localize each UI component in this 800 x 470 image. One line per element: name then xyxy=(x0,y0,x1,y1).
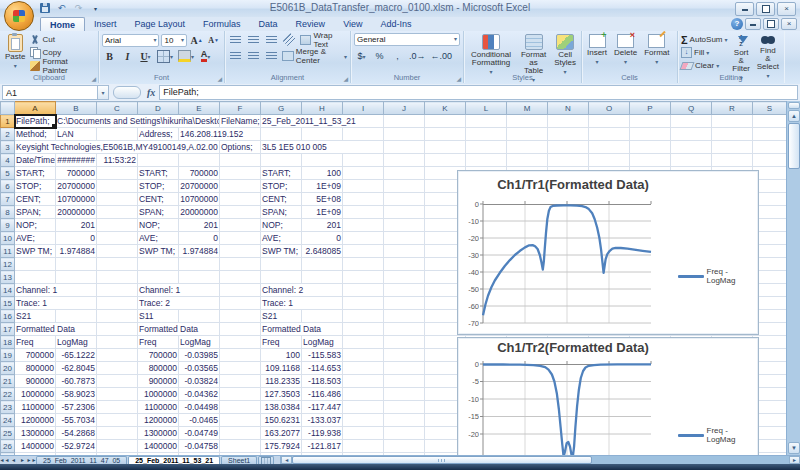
cell-C21[interactable] xyxy=(97,375,138,388)
cell-G6[interactable]: STOP; xyxy=(261,180,302,193)
cell-J26[interactable] xyxy=(384,440,425,453)
cell-B2[interactable]: LAN xyxy=(56,128,97,141)
cell-B5[interactable]: 700000 xyxy=(56,167,97,180)
select-all-corner[interactable] xyxy=(1,102,15,115)
cell-A17[interactable]: Formatted Data xyxy=(15,323,97,336)
cell-B8[interactable]: 20000000 xyxy=(56,206,97,219)
cell-B22[interactable]: -58.9023 xyxy=(56,388,97,401)
insert-function-icon[interactable]: fx xyxy=(147,87,155,98)
cell-J21[interactable] xyxy=(384,375,425,388)
align-top-button[interactable] xyxy=(228,33,243,47)
close-button[interactable]: × xyxy=(777,2,796,16)
bold-button[interactable]: B xyxy=(102,49,117,63)
cell-E13[interactable] xyxy=(179,271,220,284)
cell-I9[interactable] xyxy=(343,219,384,232)
format-painter-button[interactable]: Format Painter xyxy=(30,59,95,72)
align-middle-button[interactable] xyxy=(246,33,261,47)
cell-B18[interactable]: LogMag xyxy=(56,336,97,349)
cell-A21[interactable]: 900000 xyxy=(15,375,56,388)
cell-B6[interactable]: 20700000 xyxy=(56,180,97,193)
cell-D23[interactable]: 1100000 xyxy=(138,401,179,414)
cell-B25[interactable]: -54.2868 xyxy=(56,427,97,440)
column-header-L[interactable]: L xyxy=(466,102,507,115)
cell-A10[interactable]: AVE; xyxy=(15,232,56,245)
row-header-17[interactable]: 17 xyxy=(1,323,15,336)
cell-A24[interactable]: 1200000 xyxy=(15,414,56,427)
row-header-20[interactable]: 20 xyxy=(1,362,15,375)
cell-A1[interactable]: FilePath; xyxy=(15,115,56,128)
cell-D18[interactable]: Freq xyxy=(138,336,179,349)
cell-H20[interactable]: -114.653 xyxy=(302,362,343,375)
align-left-button[interactable] xyxy=(228,49,243,63)
cell-G17[interactable]: Formatted Data xyxy=(261,323,343,336)
cell-I17[interactable] xyxy=(343,323,384,336)
scroll-right-icon[interactable]: ► xyxy=(789,456,800,464)
cell-J13[interactable] xyxy=(384,271,425,284)
row-header-12[interactable]: 12 xyxy=(1,258,15,271)
cell-D22[interactable]: 1000000 xyxy=(138,388,179,401)
cell-M4[interactable] xyxy=(507,154,548,167)
vertical-scrollbar[interactable]: ▲ ▼ xyxy=(786,101,800,455)
cell-I23[interactable] xyxy=(343,401,384,414)
row-header-16[interactable]: 16 xyxy=(1,310,15,323)
cell-D11[interactable]: SWP TM; xyxy=(138,245,179,258)
chart-2[interactable]: Ch1/Tr2(Formatted Data)0-5-10-15-20Freq … xyxy=(457,337,759,455)
column-header-C[interactable]: C xyxy=(97,102,138,115)
wrap-text-button[interactable]: Wrap Text xyxy=(300,34,347,47)
cell-B21[interactable]: -60.7873 xyxy=(56,375,97,388)
cell-H8[interactable]: 1E+09 xyxy=(302,206,343,219)
row-header-11[interactable]: 11 xyxy=(1,245,15,258)
vertical-split-handle[interactable] xyxy=(788,102,800,109)
cell-G1[interactable]: 25_Feb_2011_11_53_21 xyxy=(261,115,384,128)
scroll-left-icon[interactable]: ◄ xyxy=(281,456,292,464)
row-header-7[interactable]: 7 xyxy=(1,193,15,206)
cell-Q1[interactable] xyxy=(671,115,712,128)
cell-E23[interactable]: -0.04498 xyxy=(179,401,220,414)
cell-N1[interactable] xyxy=(548,115,589,128)
row-header-14[interactable]: 14 xyxy=(1,284,15,297)
cell-F10[interactable] xyxy=(220,232,261,245)
decrease-decimal-button[interactable]: ←.00 xyxy=(430,49,454,63)
cell-J22[interactable] xyxy=(384,388,425,401)
cell-F8[interactable] xyxy=(220,206,261,219)
cell-E2[interactable]: 146.208.119.152 xyxy=(179,128,261,141)
cell-E5[interactable]: 700000 xyxy=(179,167,220,180)
cell-K3[interactable] xyxy=(425,141,466,154)
cell-G8[interactable]: SPAN; xyxy=(261,206,302,219)
cell-P3[interactable] xyxy=(630,141,671,154)
workbook-close-button[interactable]: × xyxy=(781,18,797,30)
row-header-6[interactable]: 6 xyxy=(1,180,15,193)
alignment-dialog-launcher[interactable]: ◢ xyxy=(343,75,348,82)
cell-E8[interactable]: 20000000 xyxy=(179,206,220,219)
cell-A14[interactable]: Channel: 1 xyxy=(15,284,97,297)
cell-P4[interactable] xyxy=(630,154,671,167)
cell-L4[interactable] xyxy=(466,154,507,167)
cell-H25[interactable]: -119.938 xyxy=(302,427,343,440)
cell-D21[interactable]: 900000 xyxy=(138,375,179,388)
insert-cells-button[interactable]: Insert▾ xyxy=(585,33,609,67)
cell-C15[interactable] xyxy=(97,297,138,310)
cell-I5[interactable] xyxy=(343,167,384,180)
cell-H10[interactable]: 0 xyxy=(302,232,343,245)
cell-A5[interactable]: START; xyxy=(15,167,56,180)
cell-A9[interactable]: NOP; xyxy=(15,219,56,232)
cell-Q3[interactable] xyxy=(671,141,712,154)
cell-J9[interactable] xyxy=(384,219,425,232)
column-header-R[interactable]: R xyxy=(712,102,753,115)
cell-F11[interactable] xyxy=(220,245,261,258)
cell-A7[interactable]: CENT; xyxy=(15,193,56,206)
cell-O1[interactable] xyxy=(589,115,630,128)
cell-J17[interactable] xyxy=(384,323,425,336)
column-header-E[interactable]: E xyxy=(179,102,220,115)
row-header-23[interactable]: 23 xyxy=(1,401,15,414)
cell-I16[interactable] xyxy=(343,310,384,323)
cell-B23[interactable]: -57.2306 xyxy=(56,401,97,414)
cell-E18[interactable]: LogMag xyxy=(179,336,220,349)
cell-D8[interactable]: SPAN; xyxy=(138,206,179,219)
cell-D2[interactable]: Address; xyxy=(138,128,179,141)
ribbon-tab-data[interactable]: Data xyxy=(250,17,287,31)
sheet-tab-25_feb_2011_11_53_21[interactable]: 25_Feb_2011_11_53_21 xyxy=(128,456,220,464)
cell-J15[interactable] xyxy=(384,297,425,310)
row-header-9[interactable]: 9 xyxy=(1,219,15,232)
cell-G9[interactable]: NOP; xyxy=(261,219,302,232)
